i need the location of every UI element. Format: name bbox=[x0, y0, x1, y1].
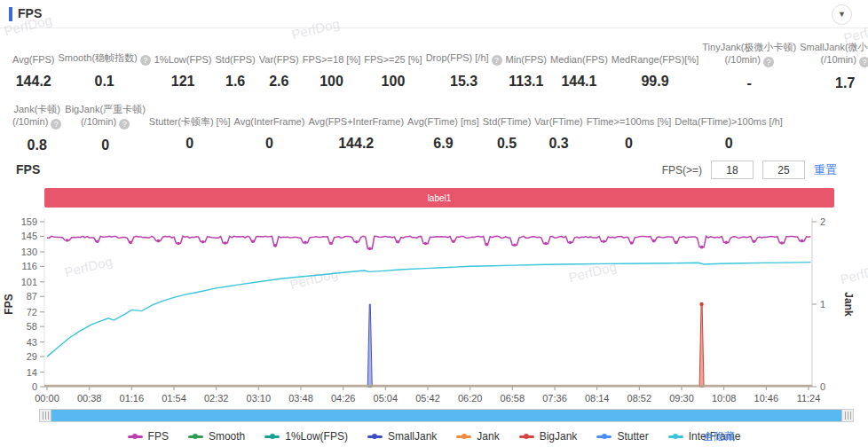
svg-text:10:08: 10:08 bbox=[712, 393, 737, 404]
stat-label: Drop(FPS) [/h]? bbox=[426, 41, 502, 66]
stat-item: Avg(InterFrame)0 bbox=[233, 103, 307, 153]
svg-text:130: 130 bbox=[21, 247, 37, 257]
chart-header: FPS FPS(>=) 重置 bbox=[16, 161, 837, 180]
stat-value: 0 bbox=[587, 136, 672, 152]
svg-text:05:42: 05:42 bbox=[415, 393, 440, 404]
svg-text:08:52: 08:52 bbox=[627, 393, 652, 404]
stat-label: TinyJank(极微小卡顿)(/10min)? bbox=[702, 41, 796, 67]
help-icon[interactable]: ? bbox=[763, 57, 774, 67]
svg-text:01:16: 01:16 bbox=[120, 393, 145, 404]
stat-value: 2.6 bbox=[259, 74, 299, 90]
svg-text:03:48: 03:48 bbox=[288, 393, 313, 404]
region-label-bar: label1 bbox=[44, 188, 834, 208]
stat-value: 0 bbox=[149, 136, 231, 152]
stat-label: MedRange(FPS)[%] bbox=[612, 41, 698, 66]
help-icon[interactable]: ? bbox=[140, 55, 151, 66]
svg-text:145: 145 bbox=[21, 231, 37, 241]
collapse-button[interactable]: ▼ bbox=[832, 4, 852, 25]
help-icon[interactable]: ? bbox=[119, 119, 130, 129]
stat-value: 144.2 bbox=[308, 136, 404, 152]
stat-item: FPS>=25 [%]100 bbox=[362, 41, 423, 91]
legend-item-smooth[interactable]: Smooth bbox=[188, 430, 245, 443]
hide-all-link[interactable]: 全隐藏 bbox=[703, 429, 735, 444]
svg-text:0: 0 bbox=[820, 381, 825, 392]
stat-item: Avg(FPS+InterFrame)144.2 bbox=[306, 103, 406, 153]
help-icon[interactable]: ? bbox=[859, 57, 868, 67]
stat-value: 0.3 bbox=[534, 136, 582, 152]
stat-item: Var(FPS)2.6 bbox=[257, 41, 301, 91]
fps-threshold-controls: FPS(>=) 重置 bbox=[662, 161, 837, 179]
stat-value: 0.5 bbox=[483, 136, 532, 152]
stat-label: FPS>=25 [%] bbox=[364, 41, 422, 66]
stat-value: 0 bbox=[234, 136, 305, 152]
stat-value: 100 bbox=[303, 74, 360, 90]
legend-label: Smooth bbox=[209, 430, 245, 443]
svg-text:05:04: 05:04 bbox=[374, 393, 398, 404]
fps-threshold-label: FPS(>=) bbox=[662, 164, 702, 176]
fps-chart-plot[interactable]: 014294358728710111613014515901200:0000:3… bbox=[0, 213, 868, 410]
help-icon[interactable]: ? bbox=[492, 55, 502, 66]
stat-label: FPS>=18 [%] bbox=[303, 41, 360, 66]
stat-value: 0.8 bbox=[12, 137, 61, 153]
scrollbar-left-handle[interactable] bbox=[40, 410, 51, 421]
region-label-text: label1 bbox=[428, 193, 452, 203]
legend-series-icon bbox=[456, 435, 471, 438]
help-icon[interactable]: ? bbox=[51, 119, 61, 129]
stat-label: Std(FTime) bbox=[483, 103, 532, 128]
stat-label: Std(FPS) bbox=[216, 41, 256, 66]
svg-text:Jank: Jank bbox=[842, 292, 855, 317]
svg-text:72: 72 bbox=[27, 307, 37, 318]
chart-title: FPS bbox=[16, 162, 40, 176]
stat-value: 0 bbox=[65, 137, 145, 153]
legend-label: Stutter bbox=[617, 430, 648, 443]
stat-item: Var(FTime)0.3 bbox=[533, 103, 584, 153]
stat-item: BigJank(严重卡顿)(/10min)?0 bbox=[63, 103, 146, 153]
svg-text:58: 58 bbox=[27, 321, 37, 332]
legend-item-fps[interactable]: FPS bbox=[128, 430, 169, 443]
legend-label: 1%Low(FPS) bbox=[285, 430, 348, 443]
stat-label: Avg(FPS) bbox=[12, 41, 54, 66]
stat-item: 1%Low(FPS)121 bbox=[153, 41, 214, 91]
svg-text:03:10: 03:10 bbox=[247, 393, 272, 404]
stat-label: Avg(FPS+InterFrame) bbox=[308, 103, 404, 128]
stat-value: 144.1 bbox=[550, 74, 608, 90]
svg-text:09:30: 09:30 bbox=[669, 393, 694, 404]
svg-text:02:32: 02:32 bbox=[204, 393, 229, 404]
stat-label: Smooth(稳帧指数)? bbox=[58, 41, 150, 66]
fps-chart-svg: 014294358728710111613014515901200:0000:3… bbox=[0, 213, 868, 410]
fps-threshold-input-1[interactable] bbox=[711, 161, 754, 179]
stat-value: 99.9 bbox=[612, 74, 698, 90]
scrollbar-right-handle[interactable] bbox=[841, 410, 853, 421]
stat-item: TinyJank(极微小卡顿)(/10min)?- bbox=[700, 41, 798, 91]
svg-text:06:58: 06:58 bbox=[501, 393, 525, 404]
legend-item-1-low-fps-[interactable]: 1%Low(FPS) bbox=[264, 430, 348, 443]
chevron-down-icon: ▼ bbox=[838, 10, 846, 19]
legend-label: BigJank bbox=[540, 430, 578, 443]
fps-threshold-input-2[interactable] bbox=[762, 161, 805, 179]
stats-row-2: Jank(卡顿)(/10min)?0.8BigJank(严重卡顿)(/10min… bbox=[11, 103, 761, 153]
legend-series-icon bbox=[596, 435, 612, 438]
stat-item: Avg(FPS)144.2 bbox=[11, 41, 56, 91]
page-title: FPS bbox=[18, 6, 42, 20]
stat-value: 15.3 bbox=[426, 74, 502, 90]
legend-item-bigjank[interactable]: BigJank bbox=[519, 430, 578, 443]
stat-label: Min(FPS) bbox=[506, 41, 547, 66]
legend-series-icon bbox=[668, 435, 683, 438]
legend-label: SmallJank bbox=[388, 430, 437, 443]
legend-series-icon bbox=[188, 435, 203, 438]
reset-link[interactable]: 重置 bbox=[814, 162, 837, 178]
scrollbar-track[interactable] bbox=[51, 410, 841, 421]
legend-item-jank[interactable]: Jank bbox=[456, 430, 499, 443]
stat-label: 1%Low(FPS) bbox=[154, 41, 212, 66]
legend-item-stutter[interactable]: Stutter bbox=[596, 430, 648, 443]
stat-value: 144.2 bbox=[12, 74, 54, 90]
stat-item: Smooth(稳帧指数)?0.1 bbox=[56, 41, 152, 91]
stat-label: Median(FPS) bbox=[550, 41, 608, 66]
legend-row: FPSSmooth1%Low(FPS)SmallJankJankBigJankS… bbox=[0, 427, 868, 445]
svg-text:07:36: 07:36 bbox=[542, 393, 567, 404]
stat-item: SmallJank(微小卡顿)(/10min)?1.7 bbox=[798, 41, 868, 91]
legend-series-icon bbox=[367, 435, 383, 438]
svg-text:29: 29 bbox=[27, 351, 37, 362]
legend-item-smalljank[interactable]: SmallJank bbox=[367, 430, 437, 443]
chart-scrollbar[interactable] bbox=[39, 409, 854, 422]
